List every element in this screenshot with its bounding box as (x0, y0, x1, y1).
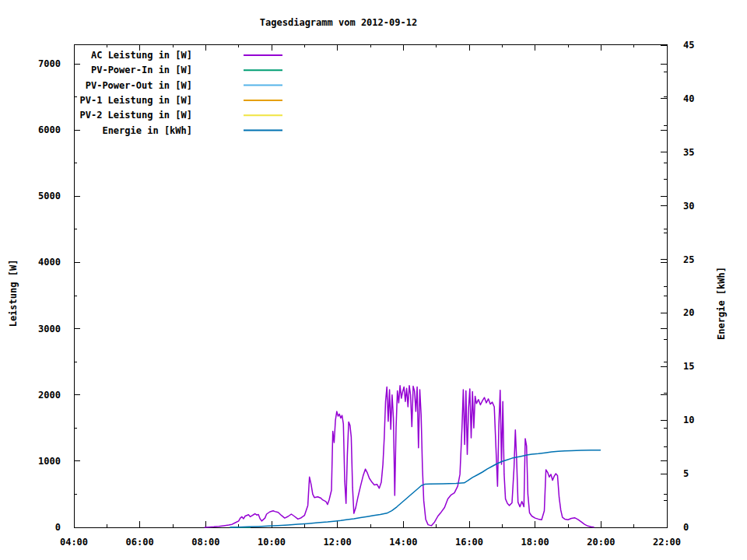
y2-tick-label: 35 (683, 147, 694, 158)
y2-tick-label: 25 (683, 254, 694, 265)
legend-label-pv-power-out-in-w: PV-Power-Out in [W] (86, 80, 192, 91)
y2-tick-label: 20 (683, 307, 694, 318)
x-tick-label: 22:00 (653, 537, 681, 548)
y2-tick-label: 10 (683, 415, 694, 425)
y2-tick-label: 40 (683, 93, 694, 104)
plot-series (205, 386, 600, 527)
x-tick-label: 16:00 (455, 537, 483, 548)
y1-tick-label: 7000 (38, 58, 61, 69)
tagesdiagramm-chart: Tagesdiagramm vom 2012-09-12 Leistung [W… (0, 0, 747, 560)
y1-axis-label: Leistung [W] (8, 260, 19, 327)
legend-label-energie-in-kwh: Energie in [kWh] (102, 125, 192, 136)
y1-tick-label: 5000 (38, 191, 61, 201)
legend-label-ac-leistung-in-w: AC Leistung in [W] (91, 50, 192, 61)
y2-axis-label: Energie [kWh] (716, 267, 727, 340)
y2-tick-label: 30 (683, 201, 694, 212)
x-tick-label: 14:00 (389, 537, 417, 548)
legend-label-pv-power-in-in-w: PV-Power-In in [W] (91, 65, 192, 75)
y1-tick-label: 6000 (38, 124, 61, 135)
x-tick-label: 04:00 (60, 537, 88, 548)
x-tick-label: 10:00 (258, 537, 286, 548)
legend-label-pv-2-leistung-in-w: PV-2 Leistung in [W] (80, 110, 193, 121)
y1-tick-label: 1000 (38, 456, 61, 467)
y1-tick-label: 0 (55, 522, 61, 533)
y1-tick-label: 2000 (38, 390, 61, 401)
x-tick-label: 18:00 (521, 537, 549, 548)
x-tick-label: 06:00 (126, 537, 154, 548)
series-ac-leistung-in-w (205, 386, 594, 527)
y2-tick-label: 45 (683, 40, 694, 51)
y1-tick-label: 3000 (38, 324, 61, 334)
x-tick-label: 08:00 (191, 537, 219, 548)
chart-title: Tagesdiagramm vom 2012-09-12 (260, 17, 417, 28)
y2-tick-label: 0 (683, 522, 689, 533)
legend: AC Leistung in [W]PV-Power-In in [W]PV-P… (80, 50, 283, 136)
y2-tick-label: 15 (683, 361, 694, 372)
y1-tick-label: 4000 (38, 257, 61, 268)
x-tick-label: 20:00 (587, 537, 615, 548)
x-tick-label: 12:00 (324, 537, 352, 548)
chart-window: Tagesdiagramm vom 2012-09-12 Leistung [W… (0, 0, 747, 560)
legend-label-pv-1-leistung-in-w: PV-1 Leistung in [W] (80, 95, 193, 106)
y2-tick-label: 5 (683, 468, 689, 479)
